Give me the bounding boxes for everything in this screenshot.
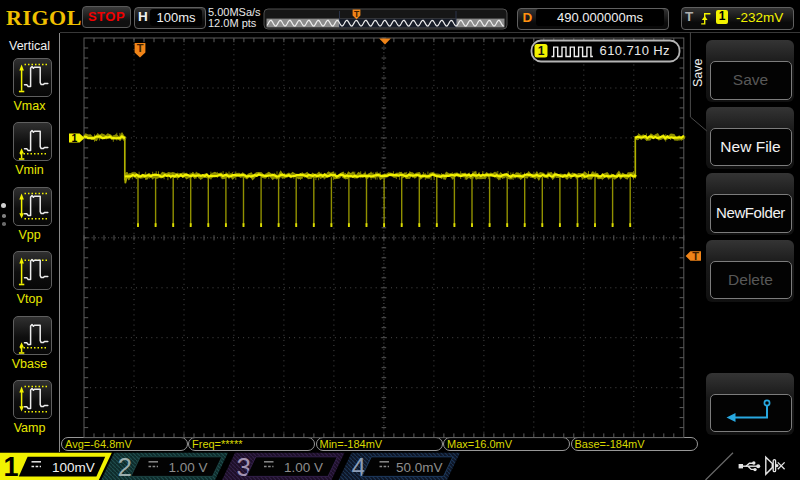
svg-text:1: 1	[71, 132, 77, 144]
svg-text:Save: Save	[691, 58, 705, 87]
svg-text:50.0mV: 50.0mV	[396, 460, 443, 475]
svg-text:T: T	[137, 42, 144, 54]
svg-text:2: 2	[118, 452, 132, 480]
svg-text:1.00 V: 1.00 V	[169, 460, 208, 475]
svg-text:610.710 Hz: 610.710 Hz	[600, 43, 671, 58]
svg-text:1.00 V: 1.00 V	[284, 460, 323, 475]
svg-text:100mV: 100mV	[52, 460, 95, 475]
svg-text:4: 4	[352, 452, 366, 480]
svg-text:T: T	[692, 250, 699, 262]
svg-text:3: 3	[237, 452, 251, 480]
svg-text:1: 1	[4, 452, 19, 480]
svg-text:1: 1	[538, 44, 545, 58]
